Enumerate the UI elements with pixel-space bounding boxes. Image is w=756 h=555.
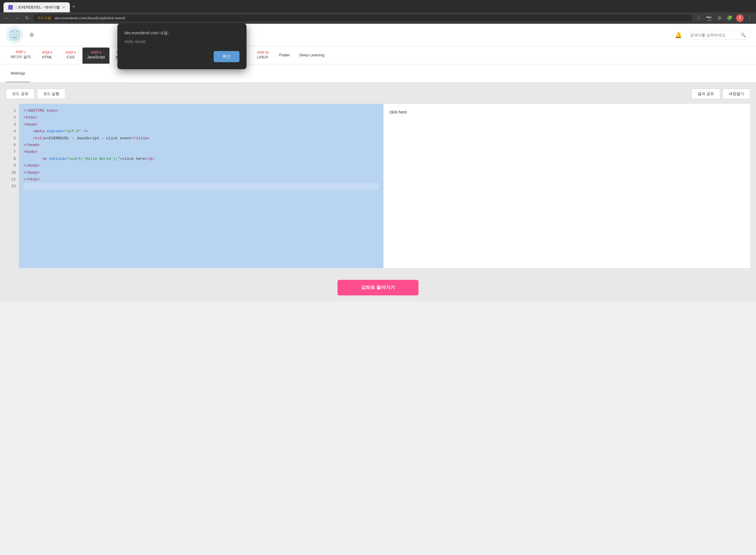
return-bar: 강좌로 돌아가기	[0, 274, 756, 301]
alert-confirm-button[interactable]: 확인	[214, 51, 239, 62]
step-name: 에디터 설치	[10, 54, 31, 59]
extension-button[interactable]: 🧩	[725, 14, 734, 22]
nav-item-webapp[interactable]: WebApp	[6, 65, 30, 83]
search-input[interactable]	[690, 33, 739, 37]
line-number: 3	[9, 121, 16, 128]
tab-title: :: EVERDEVEL - 에버디벨	[15, 5, 60, 10]
share-code-button[interactable]: 코드 공유	[6, 89, 35, 99]
address-bar[interactable]: 주의 요함 dev.everdevel.com/JavaScript/click…	[33, 15, 692, 22]
new-tab-button[interactable]: +	[70, 3, 78, 11]
active-tab[interactable]: :: :: EVERDEVEL - 에버디벨 ✕	[3, 2, 70, 12]
code-line-4: <meta charset="utf-8" />	[24, 128, 379, 135]
caution-icon: 주의 요함	[37, 16, 51, 20]
code-line-1: <!DOCTYPE html>	[24, 108, 379, 114]
new-window-button[interactable]: 새창열기	[722, 89, 750, 99]
alert-dialog: dev.everdevel.com 내용: Hello World 확인	[117, 24, 246, 69]
editor-container: 1 2 3 4 5 6 7 8 9 10 11 12 <!DOCTYPE htm…	[6, 104, 750, 268]
step-name: HTML	[42, 55, 52, 59]
nav-item-flutter[interactable]: Flutter	[274, 46, 295, 65]
back-button[interactable]: ←	[2, 14, 10, 22]
bell-icon[interactable]: 🔔	[675, 31, 682, 38]
step-label: STEP 3	[66, 51, 75, 54]
code-line-12	[24, 183, 379, 189]
line-number: 7	[9, 148, 16, 155]
refresh-button[interactable]: ↻	[24, 14, 31, 22]
return-button[interactable]: 강좌로 돌아가기	[337, 280, 419, 295]
run-code-button[interactable]: 코드 실행	[37, 89, 66, 99]
code-editor[interactable]: <!DOCTYPE html> <html> <head> <meta char…	[19, 104, 383, 268]
code-line-11: </html>	[24, 176, 379, 183]
step-label: STEP 10	[257, 51, 269, 54]
step-name: LINUX	[257, 55, 268, 59]
code-line-2: <html>	[24, 114, 379, 121]
line-number: 8	[9, 156, 16, 162]
svg-point-6	[16, 34, 17, 35]
step-label: STEP 4	[91, 51, 101, 54]
nav-item-linux[interactable]: STEP 10 LINUX	[251, 47, 274, 63]
svg-point-2	[9, 29, 20, 40]
content-area: 코드 공유 코드 실행 결과 공유 새창열기 1 2 3 4 5 6 7 8 9…	[0, 83, 756, 274]
header-right: 🔔 🔍	[675, 31, 750, 39]
line-number: 5	[9, 135, 16, 142]
search-icon: 🔍	[741, 33, 746, 37]
profile-button[interactable]: T	[736, 14, 744, 22]
nav-bar-second: WebApp	[0, 65, 756, 83]
share-result-button[interactable]: 결과 공유	[691, 89, 720, 99]
alert-message: Hello World	[124, 39, 239, 44]
code-line-7: <body>	[24, 148, 379, 155]
line-number: 2	[9, 114, 16, 121]
forward-button[interactable]: →	[13, 14, 21, 22]
site-header: ⚙ 🔔 🔍	[0, 24, 756, 46]
nav-item-deep-learning[interactable]: Deep Learning	[295, 46, 329, 65]
search-box: 🔍	[685, 31, 750, 39]
line-number: 1	[9, 108, 16, 114]
nav-bar: STEP 1 에디터 설치 STEP 2 HTML STEP 3 CSS STE…	[0, 46, 756, 65]
settings-button[interactable]: ⚙	[716, 14, 723, 22]
step-label: STEP 1	[15, 50, 26, 54]
menu-button[interactable]: ⋮	[746, 14, 754, 22]
code-line-10: </body>	[24, 169, 379, 176]
line-number: 10	[9, 169, 16, 176]
line-number: 6	[9, 142, 16, 148]
step-name: JavaScript	[87, 55, 105, 59]
nav-item-html[interactable]: STEP 2 HTML	[36, 47, 59, 63]
preview-pane: click here	[383, 104, 750, 268]
line-number: 4	[9, 128, 16, 135]
step-name: CSS	[67, 55, 75, 59]
line-numbers: 1 2 3 4 5 6 7 8 9 10 11 12	[6, 104, 19, 268]
browser-chrome: :: :: EVERDEVEL - 에버디벨 ✕ +	[0, 0, 756, 12]
tab-close-button[interactable]: ✕	[62, 5, 65, 9]
nav-item-javascript[interactable]: STEP 4 JavaScript	[82, 47, 110, 63]
toolbar-left: 코드 공유 코드 실행	[6, 89, 66, 99]
editor-toolbar: 코드 공유 코드 실행 결과 공유 새창열기	[6, 89, 750, 99]
svg-point-5	[13, 34, 13, 35]
line-number: 9	[9, 162, 16, 169]
code-line-6: </head>	[24, 142, 379, 148]
browser-toolbar: ← → ↻ 주의 요함 dev.everdevel.com/JavaScript…	[0, 12, 756, 24]
code-line-9: </body>	[24, 162, 379, 169]
camera-button[interactable]: 📷	[704, 14, 714, 22]
site-logo	[6, 26, 24, 44]
tab-favicon: ::	[8, 5, 13, 10]
toolbar-right-btns: 결과 공유 새창열기	[691, 89, 750, 99]
url-text: dev.everdevel.com/JavaScript/click-event…	[54, 16, 125, 20]
code-line-5: <title>EVERDEVEL - JavaScript - click ev…	[24, 135, 379, 142]
line-number: 11	[9, 176, 16, 183]
nav-item-editor[interactable]: STEP 1 에디터 설치	[6, 47, 36, 64]
step-label: STEP 2	[42, 51, 52, 54]
code-line-3: <head>	[24, 121, 379, 128]
preview-click-text[interactable]: click here	[390, 110, 744, 115]
nav-item-css[interactable]: STEP 3 CSS	[59, 47, 82, 63]
alert-title: dev.everdevel.com 내용:	[124, 31, 239, 36]
code-line-8: <p onClick="alert('Hello World');">click…	[24, 156, 379, 162]
line-number: 12	[9, 183, 16, 189]
svg-text:::: ::	[10, 6, 11, 9]
bookmark-button[interactable]: ☆	[695, 14, 703, 22]
gear-icon[interactable]: ⚙	[29, 32, 34, 38]
